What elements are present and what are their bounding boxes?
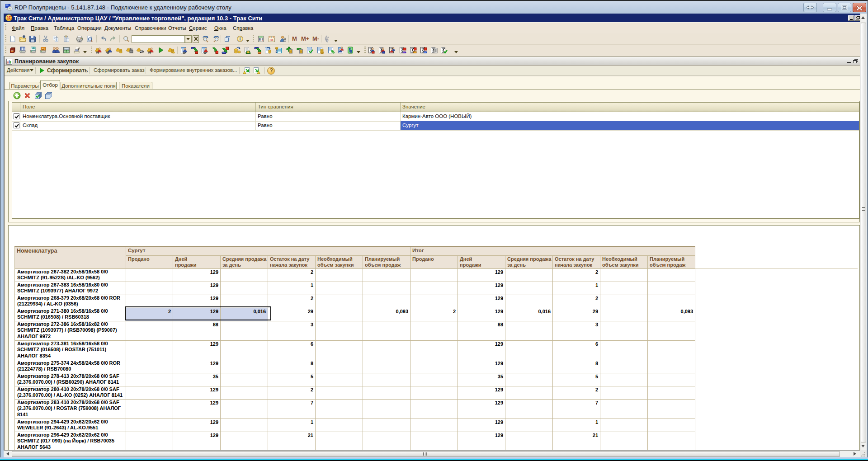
svg-text:31: 31 — [270, 38, 274, 42]
